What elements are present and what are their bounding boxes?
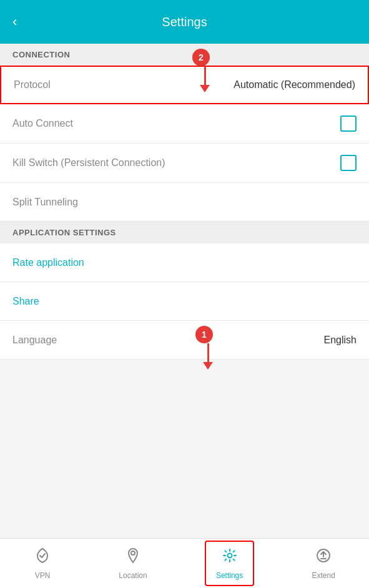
split-tunneling-label: Split Tunneling bbox=[12, 197, 78, 208]
svg-point-1 bbox=[227, 554, 232, 558]
nav-settings[interactable]: Settings bbox=[206, 542, 253, 585]
nav-location[interactable]: Location bbox=[109, 542, 157, 585]
rate-app-label[interactable]: Rate application bbox=[12, 257, 84, 268]
extend-nav-label: Extend bbox=[312, 571, 335, 580]
kill-switch-checkbox[interactable] bbox=[340, 155, 357, 171]
language-label: Language bbox=[12, 335, 57, 346]
auto-connect-label: Auto Connect bbox=[12, 118, 73, 129]
rate-app-row[interactable]: Rate application bbox=[0, 243, 369, 282]
share-row[interactable]: Share bbox=[0, 282, 369, 321]
arrow-1 bbox=[203, 343, 213, 370]
protocol-row[interactable]: Protocol Automatic (Recommended) bbox=[0, 66, 369, 104]
extend-icon bbox=[315, 547, 332, 569]
kill-switch-label: Kill Switch (Persistent Connection) bbox=[12, 157, 165, 169]
settings-nav-wrapper: Settings bbox=[205, 541, 254, 586]
badge-1: 1 bbox=[195, 326, 213, 343]
vpn-nav-label: VPN bbox=[35, 571, 51, 580]
settings-nav-label: Settings bbox=[216, 571, 243, 580]
app-header: ‹ Settings bbox=[0, 0, 369, 44]
back-button[interactable]: ‹ bbox=[12, 14, 17, 30]
location-nav-label: Location bbox=[119, 571, 147, 580]
arrow-2 bbox=[200, 66, 210, 92]
connection-section-label: CONNECTION bbox=[0, 44, 369, 66]
auto-connect-checkbox[interactable] bbox=[340, 115, 357, 132]
bottom-nav: VPN Location Settings bbox=[0, 538, 369, 588]
badge-2: 2 bbox=[192, 49, 210, 66]
nav-extend[interactable]: Extend bbox=[302, 542, 345, 585]
auto-connect-row[interactable]: Auto Connect bbox=[0, 104, 369, 144]
app-settings-section-label: APPLICATION SETTINGS bbox=[0, 222, 369, 243]
protocol-value: Automatic (Recommended) bbox=[234, 79, 355, 91]
split-tunneling-row[interactable]: Split Tunneling bbox=[0, 183, 369, 222]
nav-vpn[interactable]: VPN bbox=[24, 542, 61, 585]
share-label[interactable]: Share bbox=[12, 296, 39, 307]
settings-icon bbox=[221, 547, 239, 569]
language-value: English bbox=[324, 335, 357, 346]
kill-switch-row[interactable]: Kill Switch (Persistent Connection) bbox=[0, 144, 369, 183]
vpn-icon bbox=[34, 547, 51, 569]
page-title: Settings bbox=[162, 15, 207, 29]
protocol-label: Protocol bbox=[14, 79, 51, 91]
location-icon bbox=[124, 547, 142, 569]
language-row[interactable]: Language English bbox=[0, 321, 369, 360]
svg-point-0 bbox=[131, 551, 135, 555]
